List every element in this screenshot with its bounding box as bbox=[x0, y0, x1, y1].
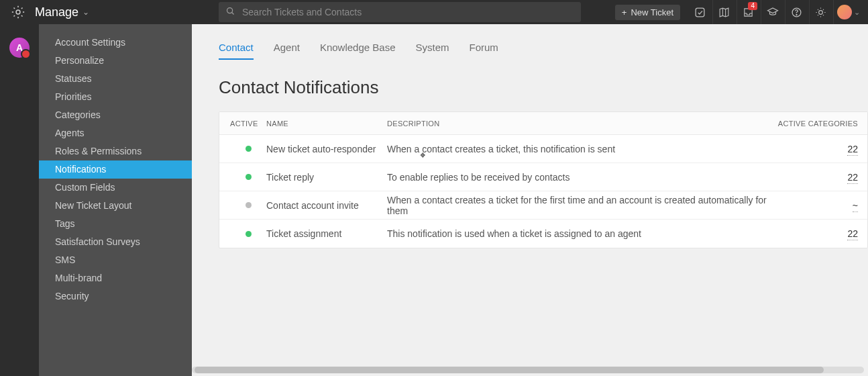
global-search[interactable] bbox=[219, 2, 581, 22]
row-desc: When a contact creates a ticket, this no… bbox=[387, 144, 773, 154]
status-dot bbox=[246, 174, 252, 180]
chevron-down-icon: ⌄ bbox=[83, 7, 89, 17]
tab-agent[interactable]: Agent bbox=[274, 42, 300, 60]
row-categories: 22 bbox=[773, 228, 867, 239]
sidebar-item-satisfaction-surveys[interactable]: Satisfaction Surveys bbox=[39, 233, 192, 251]
search-icon bbox=[225, 6, 235, 18]
sidebar-item-agents[interactable]: Agents bbox=[39, 124, 192, 142]
notifications-table: ACTIVE NAME DESCRIPTION ACTIVE CATEGORIE… bbox=[219, 111, 868, 248]
sidebar-item-sms[interactable]: SMS bbox=[39, 251, 192, 269]
tab-forum[interactable]: Forum bbox=[470, 42, 498, 60]
col-active-header: ACTIVE bbox=[219, 120, 266, 128]
svg-point-1 bbox=[227, 8, 233, 13]
sidebar-item-tags[interactable]: Tags bbox=[39, 215, 192, 233]
col-name-header: NAME bbox=[266, 120, 387, 128]
tab-contact[interactable]: Contact bbox=[219, 42, 254, 60]
status-dot bbox=[246, 231, 252, 237]
academy-icon[interactable] bbox=[761, 0, 783, 24]
sidebar-item-custom-fields[interactable]: Custom Fields bbox=[39, 179, 192, 197]
svg-point-10 bbox=[819, 10, 823, 14]
sidebar-item-notifications[interactable]: Notifications bbox=[39, 160, 192, 179]
table-row[interactable]: Ticket replyTo enable replies to be rece… bbox=[219, 163, 867, 191]
page-title: Contact Notifications bbox=[219, 77, 868, 98]
row-desc: This notification is used when a ticket … bbox=[387, 228, 773, 239]
svg-rect-3 bbox=[696, 8, 704, 17]
avatar-initial: A bbox=[16, 42, 23, 53]
status-dot bbox=[246, 202, 252, 208]
avatar bbox=[837, 5, 852, 19]
context-switcher[interactable]: Manage ⌄ bbox=[35, 5, 89, 19]
sidebar-item-roles-permissions[interactable]: Roles & Permissions bbox=[39, 142, 192, 160]
sidebar-item-priorities[interactable]: Priorities bbox=[39, 88, 192, 106]
settings-sidebar: Account SettingsPersonalizeStatusesPrior… bbox=[39, 24, 192, 376]
row-name: Ticket assignment bbox=[266, 228, 387, 239]
workspace-avatar[interactable]: A bbox=[9, 38, 30, 58]
row-categories: 22 bbox=[773, 144, 867, 154]
plus-icon: + bbox=[622, 7, 627, 17]
table-row[interactable]: Contact account inviteWhen a contact cre… bbox=[219, 191, 867, 220]
sidebar-item-statuses[interactable]: Statuses bbox=[39, 70, 192, 88]
notification-tabs: ContactAgentKnowledge BaseSystemForum bbox=[219, 42, 868, 60]
sidebar-item-account-settings[interactable]: Account Settings bbox=[39, 34, 192, 52]
sidebar-item-categories[interactable]: Categories bbox=[39, 106, 192, 124]
col-desc-header: DESCRIPTION bbox=[387, 120, 773, 128]
row-name: Contact account invite bbox=[266, 200, 387, 211]
new-ticket-button[interactable]: + New Ticket bbox=[615, 5, 680, 20]
row-name: New ticket auto-responder bbox=[266, 144, 387, 154]
table-row[interactable]: New ticket auto-responderWhen a contact … bbox=[219, 135, 867, 163]
row-name: Ticket reply bbox=[266, 172, 387, 183]
table-row[interactable]: Ticket assignmentThis notification is us… bbox=[219, 220, 867, 248]
theme-icon[interactable] bbox=[809, 0, 832, 24]
svg-point-9 bbox=[796, 14, 797, 15]
inbox-icon[interactable]: 4 bbox=[737, 0, 759, 24]
svg-point-0 bbox=[16, 10, 20, 14]
table-header: ACTIVE NAME DESCRIPTION ACTIVE CATEGORIE… bbox=[219, 112, 867, 135]
left-rail: A bbox=[0, 24, 39, 376]
row-categories: 22 bbox=[773, 172, 867, 183]
tab-knowledge-base[interactable]: Knowledge Base bbox=[320, 42, 396, 60]
new-ticket-label: New Ticket bbox=[631, 7, 673, 17]
col-cats-header: ACTIVE CATEGORIES bbox=[773, 120, 867, 128]
approve-icon[interactable] bbox=[688, 0, 711, 24]
scrollbar-thumb[interactable] bbox=[195, 367, 824, 373]
tab-system[interactable]: System bbox=[416, 42, 449, 60]
horizontal-scrollbar[interactable] bbox=[192, 367, 864, 373]
row-categories: ~ bbox=[773, 200, 867, 211]
sidebar-item-personalize[interactable]: Personalize bbox=[39, 52, 192, 70]
row-desc: When a contact creates a ticket for the … bbox=[387, 195, 773, 216]
row-desc: To enable replies to be received by cont… bbox=[387, 172, 773, 183]
gear-icon[interactable] bbox=[11, 5, 25, 19]
sidebar-item-security[interactable]: Security bbox=[39, 287, 192, 306]
context-title: Manage bbox=[35, 5, 78, 19]
notification-badge: 4 bbox=[748, 2, 757, 10]
topbar: Manage ⌄ + New Ticket 4 bbox=[0, 0, 868, 24]
map-icon[interactable] bbox=[712, 0, 735, 24]
user-menu[interactable]: ⌄ bbox=[833, 0, 863, 24]
help-icon[interactable] bbox=[785, 0, 808, 24]
status-dot bbox=[246, 146, 252, 152]
svg-line-2 bbox=[232, 13, 234, 15]
sidebar-item-multi-brand[interactable]: Multi-brand bbox=[39, 269, 192, 287]
search-input[interactable] bbox=[242, 7, 574, 17]
chevron-down-icon: ⌄ bbox=[854, 8, 860, 17]
sidebar-item-new-ticket-layout[interactable]: New Ticket Layout bbox=[39, 197, 192, 215]
main-content: ContactAgentKnowledge BaseSystemForum Co… bbox=[192, 24, 868, 376]
